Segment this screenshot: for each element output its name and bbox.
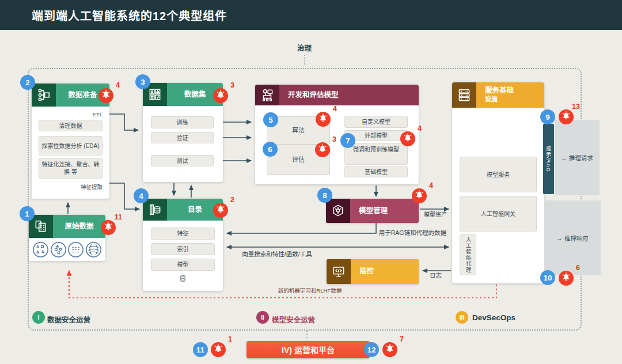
component-badge-11: 11 — [193, 342, 208, 357]
catalog-models: 模型 — [151, 259, 215, 271]
warning-badge-ops-right: 7 — [382, 342, 397, 357]
alarm-bell-icon — [317, 143, 328, 156]
data-prep-step-featurize: 特征化连接、聚合、转换 等 — [39, 158, 103, 179]
inference-response-box: → 推理响应 — [544, 200, 601, 275]
warning-badge-evaluation: 3 — [315, 142, 330, 157]
title-bar: 端到端人工智能系统的12个典型组件 — [0, 0, 622, 30]
component-badge-7: 7 — [340, 133, 355, 148]
component-badge-6: 6 — [263, 142, 278, 157]
foundation-model-box: 基础模型 — [344, 166, 408, 177]
alarm-bell-icon — [101, 89, 111, 102]
page-title: 端到端人工智能系统的12个典型组件 — [0, 7, 227, 24]
model-assets-label: 模型资产 — [424, 211, 447, 219]
raw-data-type-icons — [29, 238, 105, 261]
warning-badge-serving: 13 — [559, 109, 574, 124]
legend-label-data-sec: 数据安全运营 — [47, 314, 90, 325]
warning-badge-dataset: 3 — [213, 88, 228, 103]
serving-title: 服务基础 设施 — [476, 86, 544, 103]
component-badge-12: 12 — [364, 342, 379, 357]
component-badge-5: 5 — [263, 112, 278, 127]
dataset-test: 测试 — [151, 155, 214, 166]
right-arrow-glyph: → — [556, 234, 563, 241]
vector-search-label: 向量搜索和特性/函数/工具 — [242, 251, 312, 258]
monitoring-box: 监控 — [327, 259, 419, 284]
serving-title-line2: 设施 — [485, 96, 544, 104]
alarm-bell-icon — [561, 272, 571, 285]
new-ml-rlhf-label: 新的机器学习和RLHF数据 — [270, 287, 350, 294]
catalog-indexes: 索引 — [151, 243, 215, 255]
component-badge-3: 3 — [135, 74, 150, 89]
alarm-bell-icon — [561, 111, 571, 123]
model-mgmt-icon — [326, 199, 350, 223]
legend-dot-model-sec: II — [256, 311, 269, 324]
data-prep-icon — [32, 84, 56, 107]
warning-badge-catalog: 2 — [213, 203, 228, 218]
warning-badge-algorithm: 4 — [316, 112, 331, 127]
dataset-box: 数据集 训练 验证 测试 — [143, 83, 223, 182]
dataset-train: 训练 — [151, 116, 214, 128]
component-badge-10: 10 — [540, 270, 555, 285]
warning-badge-finetuned: 4 — [400, 131, 415, 146]
ai-agent-box: 人工智能代理 — [460, 234, 476, 275]
inference-request-label: 推理请求 — [569, 153, 593, 162]
component-badge-1: 1 — [20, 206, 35, 221]
catalog-features: 特征 — [151, 227, 215, 240]
serving-box: 服务基础 设施 模型服务 人工智能网关 人工智能代理 — [452, 82, 544, 283]
semi-structured-data-icon — [50, 241, 67, 258]
custom-model-box: 自定义模型 — [344, 116, 408, 128]
monitoring-icon — [327, 259, 351, 284]
model-mgmt-title: 模型管理 — [350, 207, 419, 215]
feature-extraction-label: 特征提取 — [32, 183, 103, 191]
serving-title-line1: 服务基础 — [485, 86, 544, 96]
serving-icon — [452, 82, 476, 108]
alarm-bell-icon — [403, 132, 413, 145]
dev-eval-title: 开发和评估模型 — [279, 91, 419, 100]
catalog-db-icon — [143, 274, 223, 285]
diagram-canvas: 端到端人工智能系统的12个典型组件 治理 — [0, 0, 622, 364]
ops-platform-banner: IV) 运营和平台 — [246, 341, 370, 358]
alarm-bell-icon — [318, 113, 328, 126]
governance-label: 治理 — [297, 42, 312, 53]
ai-gateway-box: 人工智能网关 — [460, 196, 537, 232]
warning-badge-raw-data: 11 — [101, 220, 116, 235]
structured-data-icon — [67, 241, 84, 258]
alarm-bell-icon — [213, 343, 223, 356]
unstructured-data-icon — [32, 241, 49, 258]
warning-badge-inference: 6 — [559, 271, 574, 286]
finetuned-model-box: 微调和预训练模型 — [344, 143, 408, 165]
monitoring-title: 监控 — [351, 267, 419, 276]
data-prep-box: 数据准备 ETL 清理数据 探索性数据分析 (EDA) 特征化连接、聚合、转换 … — [32, 84, 109, 199]
legend-dot-devsecops: III — [456, 311, 468, 324]
raw-data-title: 原始数据 — [53, 222, 105, 231]
warning-badge-model-mgmt: 4 — [412, 188, 427, 203]
component-badge-4: 4 — [134, 188, 149, 203]
dev-eval-icon — [255, 85, 279, 105]
dev-eval-box: 开发和评估模型 算法 评估 自定义模型 外部模型 微调和预训练模型 基础模型 — [255, 85, 419, 184]
alarm-bell-icon — [385, 343, 395, 356]
legend-dot-data-sec: I — [32, 311, 45, 324]
data-prep-step-clean: 清理数据 — [39, 120, 103, 131]
model-mgmt-box: 模型管理 — [326, 199, 419, 223]
alarm-bell-icon — [103, 221, 113, 234]
inference-request-box: ← 推理请求 — [555, 120, 600, 195]
rag-data-label: 用于RAG链和代理的数据 — [371, 229, 446, 237]
component-badge-8: 8 — [317, 188, 332, 203]
component-badge-2: 2 — [20, 75, 35, 90]
catalog-icon — [143, 199, 167, 221]
logs-label: 日志 — [430, 272, 442, 279]
data-prep-step-eda: 探索性数据分析 (EDA) — [39, 136, 103, 156]
catalog-box: 目录 特征 索引 模型 — [143, 199, 223, 291]
warning-badge-data-prep: 4 — [98, 88, 113, 103]
component-badge-9: 9 — [540, 109, 555, 124]
legend-label-model-sec: 模型安全运营 — [272, 314, 315, 325]
prompt-rag-strip: 提示/RAG — [543, 124, 554, 194]
alarm-bell-icon — [414, 189, 424, 202]
legend-label-devsecops: DevSecOps — [472, 313, 515, 322]
model-serving-box: 模型服务 — [460, 157, 537, 192]
raw-data-box: 原始数据 — [29, 215, 105, 261]
streaming-data-icon — [85, 241, 102, 258]
warning-badge-ops-left: 1 — [211, 342, 226, 357]
left-arrow-glyph: ← — [561, 154, 567, 161]
alarm-bell-icon — [215, 89, 226, 102]
alarm-bell-icon — [215, 204, 226, 217]
